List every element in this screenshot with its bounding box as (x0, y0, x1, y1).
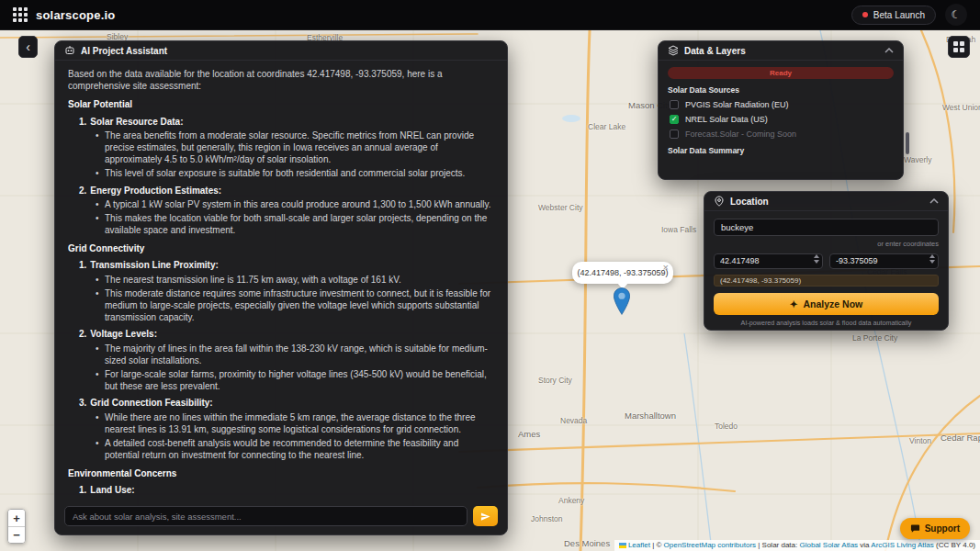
bullet: The nearest transmission line is 11.75 k… (96, 274, 494, 286)
marker-pin-icon (614, 287, 630, 315)
zoom-in-button[interactable]: + (8, 510, 25, 526)
location-title: Location (730, 197, 769, 207)
checkbox-disabled (670, 129, 679, 139)
app-root: Sibley Estherville Mason City Clear Lake… (0, 0, 980, 551)
map-label: Des Moines (564, 538, 610, 548)
source-row-pvgis[interactable]: PVGIS Solar Radiation (EU) (668, 97, 894, 112)
location-header[interactable]: Location (704, 192, 948, 211)
map-label: Waverly (904, 155, 931, 164)
list-item-title: 1.Transmission Line Proximity: (79, 259, 494, 271)
gsa-link[interactable]: Global Solar Atlas (799, 541, 858, 549)
arcgis-link[interactable]: ArcGIS Living Atlas (871, 541, 933, 549)
section-heading: Environmental Concerns (68, 467, 494, 479)
chevron-up-icon (884, 48, 894, 53)
map-label: Story City (538, 376, 572, 385)
lake (562, 115, 580, 122)
app-title: solarscope.io (36, 8, 115, 22)
map-label: Vinton (909, 436, 931, 445)
beta-dot-icon (862, 12, 868, 17)
map-label: Toledo (715, 422, 738, 431)
location-panel: Location or enter coordinates (704, 191, 949, 331)
back-button[interactable]: ‹ (18, 36, 38, 58)
chevron-left-icon: ‹ (26, 39, 30, 54)
map-label: Nevada (560, 416, 587, 425)
data-layers-header[interactable]: Data & Layers (659, 41, 903, 61)
map-attribution: Leaflet | © OpenStreetMap contributors |… (614, 540, 980, 551)
popup-close-icon[interactable]: × (663, 262, 669, 273)
summary-label: Solar Data Summary (668, 146, 894, 155)
map-label: Iowa Falls (661, 225, 696, 234)
zoom-out-button[interactable]: − (8, 526, 25, 543)
list-item-title: 2.Voltage Levels: (79, 328, 494, 340)
longitude-input[interactable] (829, 253, 939, 269)
checkbox-unchecked[interactable] (670, 100, 679, 109)
map-marker[interactable] (614, 287, 630, 315)
bullet: A detailed cost-benefit analysis would b… (96, 437, 494, 461)
bullet: The site must be evaluated for current l… (96, 499, 494, 500)
moon-icon: ☾ (952, 8, 962, 21)
chat-input[interactable] (64, 506, 467, 526)
latitude-stepper[interactable] (814, 254, 819, 264)
bullet: While there are no lines within the imme… (96, 411, 494, 435)
robot-icon (64, 45, 75, 56)
source-row-forecast: Forecast.Solar - Coming Soon (668, 127, 894, 141)
bullet: The area benefits from a moderate solar … (96, 129, 494, 166)
collapse-button[interactable] (929, 198, 939, 204)
list-item-title: 3.Grid Connection Feasibility: (79, 397, 494, 409)
ai-assistant-title: AI Project Assistant (81, 46, 167, 56)
location-search-input[interactable] (714, 219, 939, 236)
beta-badge: Beta Launch (851, 6, 936, 25)
bullet: A typical 1 kW solar PV system in this a… (96, 198, 494, 210)
map-label: Ankeny (558, 496, 584, 505)
map-label: Cedar Rapids (941, 433, 980, 443)
assistant-intro: Based on the data available for the loca… (68, 68, 494, 92)
list-item-title: 1.Land Use: (79, 484, 494, 496)
leaflet-link[interactable]: Leaflet (628, 541, 650, 549)
collapse-button[interactable] (884, 48, 894, 53)
analyze-now-button[interactable]: ✦ Analyze Now (714, 293, 939, 315)
source-label: NREL Solar Data (US) (685, 115, 768, 124)
source-row-nrel[interactable]: ✓ NREL Solar Data (US) (668, 112, 894, 127)
sources-label: Solar Data Sources (668, 85, 894, 95)
bullet: For large-scale solar farms, proximity t… (96, 368, 494, 392)
send-icon (480, 512, 490, 522)
chat-bubble-icon (910, 523, 920, 534)
bullet: The majority of lines in the area fall w… (96, 343, 494, 366)
ai-assistant-panel: AI Project Assistant Based on the data a… (54, 40, 508, 535)
grid-layers-icon (953, 41, 964, 52)
map-popup: (42.417498, -93.375059) × (572, 262, 673, 284)
zoom-control: + − (7, 509, 26, 544)
map-popup-text: (42.417498, -93.375059) (577, 268, 668, 277)
bullet: This moderate distance requires some inf… (96, 287, 494, 324)
longitude-stepper[interactable] (929, 254, 935, 264)
ai-assistant-header[interactable]: AI Project Assistant (55, 41, 507, 61)
osm-link[interactable]: OpenStreetMap contributors (664, 541, 757, 549)
source-label: PVGIS Solar Radiation (EU) (685, 100, 789, 109)
theme-toggle-button[interactable]: ☾ (945, 4, 967, 26)
data-layers-panel: Data & Layers Ready Solar Data Sources P… (658, 40, 904, 180)
pin-icon (714, 196, 725, 207)
analyze-label: Analyze Now (804, 298, 863, 309)
layers-stack-icon (668, 45, 679, 56)
map-label: Johnston (531, 514, 563, 523)
send-button[interactable] (473, 506, 498, 526)
layers-button[interactable] (948, 36, 970, 58)
bullet: This level of solar exposure is suitable… (96, 167, 494, 179)
map-label: Ames (518, 429, 540, 439)
data-layers-title: Data & Layers (684, 46, 746, 56)
list-item-title: 1.Solar Resource Data: (79, 116, 494, 128)
support-button[interactable]: Support (900, 518, 970, 539)
bullet: This makes the location viable for both … (96, 212, 494, 236)
section-heading: Solar Potential (68, 98, 494, 110)
section-heading: Grid Connectivity (68, 242, 494, 254)
checkbox-checked[interactable]: ✓ (670, 115, 679, 124)
assistant-message: Based on the data available for the loca… (55, 61, 507, 500)
topbar: solarscope.io Beta Launch ☾ (0, 0, 980, 30)
coords-hint: or enter coordinates (714, 240, 939, 248)
panel-scrollbar[interactable] (906, 132, 909, 154)
map-label: Marshalltown (625, 410, 676, 421)
coords-display: (42.417498, -93.375059) (714, 275, 939, 287)
source-label: Forecast.Solar - Coming Soon (685, 129, 796, 139)
leaflet-flag-icon (619, 543, 626, 548)
latitude-input[interactable] (714, 253, 823, 269)
